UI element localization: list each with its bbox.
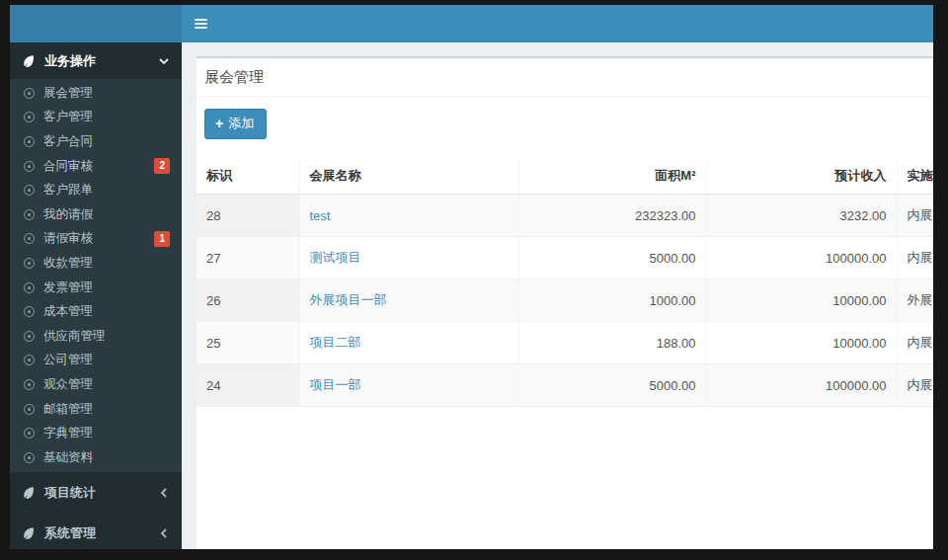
chevron-left-icon [158,487,170,499]
dot-circle-icon [24,282,35,293]
hamburger-icon[interactable] [191,13,212,35]
dot-circle-icon [24,233,35,244]
add-button-label: 添加 [228,115,254,132]
cell-id: 27 [197,237,299,280]
cell-id: 28 [197,195,299,237]
table-header-row: 标识 会展名称 面积M² 预计收入 实施部门 [197,159,933,195]
sidebar-section-label: 系统管理 [44,524,158,542]
sidebar-item-contract-review[interactable]: 合同审核2 [10,154,182,179]
sidebar-section-project-stats[interactable]: 项目统计 [10,474,182,511]
cell-name: 测试项目 [299,237,518,280]
cell-area: 5000.00 [518,237,706,280]
column-header-name[interactable]: 会展名称 [299,159,518,195]
exhibition-link[interactable]: test [310,208,331,223]
sidebar-item-exhibition-mgmt[interactable]: 展会管理 [10,81,182,106]
dot-circle-icon [24,331,35,342]
table-row: 24 项目一部 5000.00 100000.00 内展项目 [197,364,933,407]
exhibition-table: 标识 会展名称 面积M² 预计收入 实施部门 28 [197,159,933,407]
dot-circle-icon [24,136,35,147]
dot-circle-icon [24,161,35,172]
cell-id: 25 [197,322,299,364]
table-row: 28 test 232323.00 3232.00 内展项目 [197,195,933,237]
cell-dept: 外展项目 [897,280,933,322]
cell-dept: 内展项目 [897,364,933,407]
sidebar-item-payment-mgmt[interactable]: 收款管理 [10,251,182,276]
sidebar-item-mailbox-mgmt[interactable]: 邮箱管理 [10,397,182,422]
chevron-down-icon [158,55,170,67]
sidebar-section-label: 业务操作 [44,52,158,70]
column-header-id[interactable]: 标识 [197,159,299,195]
exhibition-link[interactable]: 项目二部 [310,335,361,350]
chevron-left-icon [158,527,170,539]
cell-income: 10000.00 [706,322,897,364]
dot-circle-icon [24,209,35,220]
cell-name: test [299,195,518,237]
exhibition-link[interactable]: 外展项目一部 [310,292,387,307]
sidebar-item-cost-mgmt[interactable]: 成本管理 [10,299,182,324]
sidebar-item-invoice-mgmt[interactable]: 发票管理 [10,276,182,300]
cell-area: 1000.00 [518,280,706,322]
sidebar-item-basic-data[interactable]: 基础资料 [10,445,182,470]
app-window: 业务操作 展会管理 客户管理 客户合同 合同审核2 客户跟单 我的请假 请假审核… [10,5,933,549]
cell-id: 26 [197,280,299,322]
cell-name: 外展项目一部 [299,280,518,322]
leaf-icon [22,526,36,540]
cell-area: 232323.00 [518,195,706,237]
plus-icon: + [215,117,223,130]
table-row: 26 外展项目一部 1000.00 10000.00 外展项目 [197,280,933,322]
cell-name: 项目二部 [299,322,518,364]
cell-dept: 内展项目 [897,237,933,280]
notification-badge: 2 [154,158,170,174]
cell-income: 100000.00 [706,237,897,280]
navbar-main [182,5,933,42]
panel-header: 展会管理 [197,58,933,97]
dot-circle-icon [24,112,35,122]
dot-circle-icon [24,404,35,415]
column-header-income[interactable]: 预计收入 [706,159,897,195]
sidebar-item-customer-contract[interactable]: 客户合同 [10,129,182,154]
sidebar-item-customer-mgmt[interactable]: 客户管理 [10,106,182,130]
sidebar-submenu: 展会管理 客户管理 客户合同 合同审核2 客户跟单 我的请假 请假审核1 收款管… [10,79,182,472]
top-navbar [10,5,933,42]
column-header-dept[interactable]: 实施部门 [897,159,933,195]
leaf-icon [22,54,36,68]
exhibition-link[interactable]: 项目一部 [310,377,361,392]
cell-area: 5000.00 [518,364,706,407]
cell-name: 项目一部 [299,364,518,407]
sidebar: 业务操作 展会管理 客户管理 客户合同 合同审核2 客户跟单 我的请假 请假审核… [10,42,182,549]
dot-circle-icon [24,88,35,99]
cell-area: 188.00 [518,322,706,364]
sidebar-item-company-mgmt[interactable]: 公司管理 [10,349,182,373]
dot-circle-icon [24,355,35,365]
dot-circle-icon [24,452,35,463]
sidebar-item-my-leave[interactable]: 我的请假 [10,202,182,227]
sidebar-item-dictionary-mgmt[interactable]: 字典管理 [10,421,182,445]
sidebar-item-leave-review[interactable]: 请假审核1 [10,227,182,252]
cell-income: 100000.00 [706,364,897,407]
sidebar-section-system-mgmt[interactable]: 系统管理 [10,515,182,550]
sidebar-item-supplier-mgmt[interactable]: 供应商管理 [10,324,182,349]
logo-area[interactable] [10,5,182,42]
dot-circle-icon [24,258,35,269]
page-title: 展会管理 [204,68,264,85]
table-row: 27 测试项目 5000.00 100000.00 内展项目 [197,237,933,280]
cell-id: 24 [197,364,299,407]
content-area: 展会管理 + 添加 标识 [182,42,933,549]
cell-dept: 内展项目 [897,322,933,364]
cell-income: 3232.00 [706,195,897,237]
screenshot-frame: 业务操作 展会管理 客户管理 客户合同 合同审核2 客户跟单 我的请假 请假审核… [0,0,948,560]
add-button[interactable]: + 添加 [204,109,267,139]
column-header-area[interactable]: 面积M² [518,159,706,195]
sidebar-item-audience-mgmt[interactable]: 观众管理 [10,372,182,397]
dot-circle-icon [24,428,35,439]
sidebar-section-label: 项目统计 [44,484,158,502]
exhibition-panel: 展会管理 + 添加 标识 [197,56,933,549]
table-row: 25 项目二部 188.00 10000.00 内展项目 [197,322,933,364]
exhibition-link[interactable]: 测试项目 [310,250,361,265]
sidebar-section-business[interactable]: 业务操作 [10,42,182,79]
sidebar-item-customer-followup[interactable]: 客户跟单 [10,178,182,202]
dot-circle-icon [24,379,35,390]
cell-dept: 内展项目 [897,195,933,237]
exhibition-table-wrap: 标识 会展名称 面积M² 预计收入 实施部门 28 [197,159,933,407]
cell-income: 10000.00 [706,280,897,322]
